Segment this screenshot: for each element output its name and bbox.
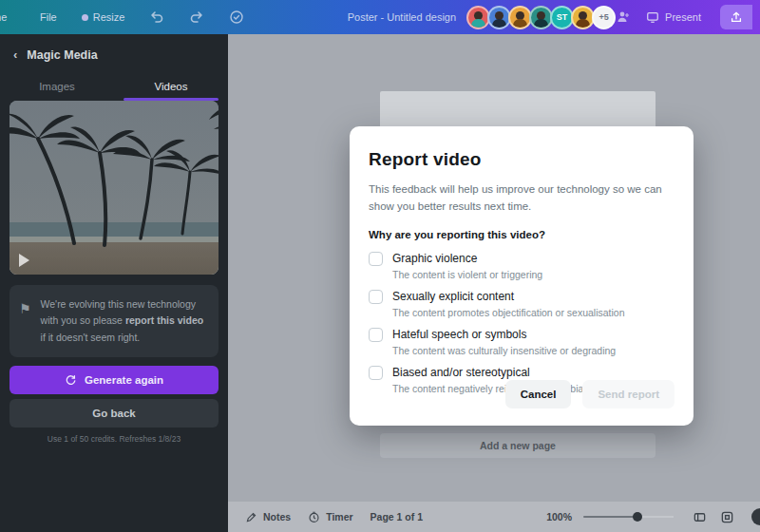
pro-crown-icon [82, 14, 88, 21]
collaborator-icon[interactable] [616, 10, 631, 25]
option-description: The content was culturally insensitive o… [392, 345, 674, 356]
refresh-icon [65, 374, 77, 387]
evolving-tech-notice: ⚑ We're evolving this new technology wit… [10, 285, 218, 357]
option-row[interactable]: Biased and/or stereotypical [369, 366, 674, 380]
notes-label: Notes [263, 511, 291, 522]
option-hateful-speech: Hateful speech or symbols The content wa… [369, 328, 674, 356]
undo-icon[interactable] [149, 10, 164, 25]
page-indicator[interactable]: Page 1 of 1 [370, 511, 423, 522]
checkbox-biased-stereotypical[interactable] [369, 366, 383, 380]
tab-videos[interactable]: Videos [114, 73, 228, 101]
option-row[interactable]: Sexually explicit content [369, 290, 674, 304]
share-button[interactable] [720, 5, 752, 29]
option-row[interactable]: Graphic violence [369, 252, 674, 266]
option-description: The content promotes objectification or … [392, 307, 674, 318]
play-icon[interactable] [19, 254, 29, 267]
present-button[interactable]: Present [646, 10, 701, 24]
notes-button[interactable]: Notes [245, 511, 291, 523]
option-row[interactable]: Hateful speech or symbols [369, 328, 674, 342]
flag-icon: ⚑ [19, 298, 31, 346]
monitor-icon [646, 10, 659, 24]
checkbox-sexually-explicit[interactable] [369, 290, 383, 304]
back-chevron-icon[interactable]: ‹ [13, 48, 17, 62]
grid-view-icon[interactable] [693, 510, 707, 524]
avatar-overflow-badge[interactable]: +5 [592, 6, 616, 29]
generate-again-label: Generate again [85, 374, 163, 386]
home-menu[interactable]: Home [0, 11, 15, 23]
document-title[interactable]: Poster - Untitled design [348, 11, 456, 23]
panel-title: Magic Media [27, 48, 97, 62]
credits-note: Use 1 of 50 credits. Refreshes 1/8/23 [0, 434, 228, 444]
go-back-button[interactable]: Go back [10, 399, 218, 428]
option-graphic-violence: Graphic violence The content is violent … [369, 252, 674, 280]
notes-icon [245, 511, 257, 523]
cloud-saved-icon [229, 10, 244, 25]
report-video-dialog: Report video This feedback will help us … [350, 126, 694, 426]
fullscreen-icon[interactable] [720, 510, 734, 524]
status-bar: Notes Timer Page 1 of 1 100% [228, 502, 760, 532]
option-label: Hateful speech or symbols [392, 328, 526, 341]
generate-again-button[interactable]: Generate again [10, 366, 218, 394]
collaborator-avatars: ST +5 [469, 6, 616, 29]
checkbox-graphic-violence[interactable] [369, 252, 383, 266]
cancel-button[interactable]: Cancel [505, 380, 572, 408]
send-report-button[interactable]: Send report [582, 380, 674, 408]
magic-media-panel: ‹ Magic Media Images Videos [0, 34, 228, 532]
generated-video-thumbnail[interactable] [10, 101, 218, 275]
option-label: Biased and/or stereotypical [392, 366, 530, 379]
report-this-video-link[interactable]: report this video [125, 314, 203, 326]
present-label: Present [665, 11, 701, 23]
timer-icon [308, 511, 320, 523]
add-new-page-button[interactable]: Add a new page [380, 433, 656, 458]
upload-icon [730, 10, 743, 24]
redo-icon[interactable] [189, 10, 204, 25]
file-menu[interactable]: File [40, 11, 57, 23]
dialog-title: Report video [369, 149, 674, 170]
checkbox-hateful-speech[interactable] [369, 328, 383, 342]
notice-text: We're evolving this new technology with … [41, 296, 207, 346]
timer-label: Timer [326, 511, 352, 522]
option-description: The content is violent or triggering [392, 269, 674, 280]
zoom-slider-knob[interactable] [633, 512, 642, 522]
top-toolbar: Home File Resize Poster - Untitled desig… [0, 0, 760, 34]
resize-label: Resize [93, 11, 125, 23]
zoom-slider[interactable] [583, 516, 674, 518]
help-button[interactable] [751, 508, 760, 525]
dialog-description: This feedback will help us improve our t… [369, 181, 673, 216]
dialog-question: Why are you reporting this video? [369, 229, 674, 240]
option-sexually-explicit: Sexually explicit content The content pr… [369, 290, 674, 318]
option-label: Graphic violence [392, 252, 477, 265]
resize-menu[interactable]: Resize [82, 11, 125, 23]
timer-button[interactable]: Timer [308, 511, 352, 523]
option-label: Sexually explicit content [392, 290, 514, 303]
zoom-level[interactable]: 100% [546, 511, 572, 522]
tab-images[interactable]: Images [0, 73, 114, 101]
